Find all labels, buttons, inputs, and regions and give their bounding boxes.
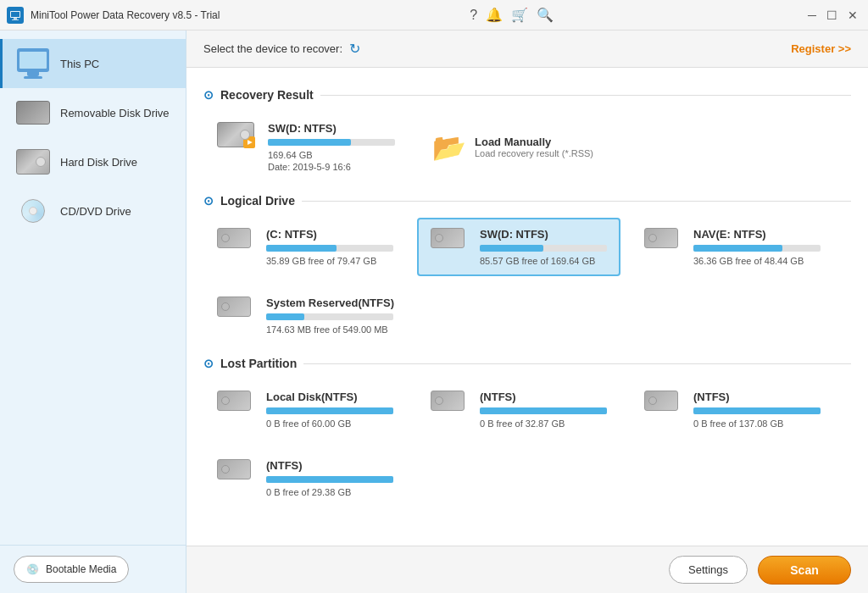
scan-button[interactable]: Scan <box>758 556 851 585</box>
svg-rect-3 <box>12 19 19 20</box>
c-drive-icon <box>217 228 258 258</box>
recovery-result-title: Recovery Result <box>220 88 314 102</box>
settings-button[interactable]: Settings <box>669 556 748 584</box>
c-drive-bar-container <box>266 245 393 252</box>
lost-partition-title: Lost Partition <box>220 357 297 370</box>
refresh-icon[interactable]: ↻ <box>349 41 360 57</box>
app-icon <box>7 7 24 24</box>
content-inner: ⊙ Recovery Result ▶ SW(D: NTFS) <box>186 68 868 533</box>
recovery-result-date: Date: 2019-5-9 16:6 <box>268 162 395 172</box>
local-disk-info: Local Disk(NTFS) 0 B free of 60.00 GB <box>266 391 393 429</box>
lost-partition-section-header: ⊙ Lost Partition <box>203 357 851 370</box>
ntfs-2-bar <box>693 407 821 414</box>
lost-partition-ntfs-2[interactable]: (NTFS) 0 B free of 137.08 GB <box>631 380 834 439</box>
logical-drive-collapse-icon[interactable]: ⊙ <box>203 194 214 208</box>
local-disk-size: 0 B free of 60.00 GB <box>266 418 393 429</box>
lost-partition-ntfs-3[interactable]: (NTFS) 0 B free of 29.38 GB <box>203 449 407 507</box>
recovery-drive-icon: ▶ <box>217 122 259 152</box>
logical-drive-system-reserved[interactable]: System Reserved(NTFS) 174.63 MB free of … <box>203 286 408 345</box>
lost-partition-grid: Local Disk(NTFS) 0 B free of 60.00 GB <box>203 380 851 507</box>
sidebar: This PC Removable Disk Drive Hard Disk D… <box>0 30 186 593</box>
system-reserved-icon <box>217 296 258 327</box>
sw-d-icon <box>431 228 471 258</box>
ntfs-2-name: (NTFS) <box>693 391 821 403</box>
recovery-result-grid: ▶ SW(D: NTFS) 169.64 GB Date: 2019-5-9 1… <box>203 112 851 182</box>
cart-icon[interactable]: 🛒 <box>511 7 528 23</box>
c-drive-size: 35.89 GB free of 79.47 GB <box>266 256 393 266</box>
title-bar-left: MiniTool Power Data Recovery v8.5 - Tria… <box>7 7 220 24</box>
title-bar: MiniTool Power Data Recovery v8.5 - Tria… <box>0 0 868 30</box>
ntfs-1-info: (NTFS) 0 B free of 32.87 GB <box>480 391 607 429</box>
sidebar-item-this-pc[interactable]: This PC <box>0 39 186 88</box>
lost-partition-ntfs-1[interactable]: (NTFS) 0 B free of 32.87 GB <box>417 380 620 439</box>
nav-e-info: NAV(E: NTFS) 36.36 GB free of 48.44 GB <box>693 228 821 266</box>
lost-partition-local-disk[interactable]: Local Disk(NTFS) 0 B free of 60.00 GB <box>203 380 407 439</box>
sidebar-item-cd-dvd[interactable]: CD/DVD Drive <box>0 186 186 236</box>
logical-drive-nav-e[interactable]: NAV(E: NTFS) 36.36 GB free of 48.44 GB <box>631 218 834 276</box>
bootable-media-label: Bootable Media <box>46 563 116 575</box>
ntfs-2-info: (NTFS) 0 B free of 137.08 GB <box>693 391 821 429</box>
recovery-bar <box>268 139 351 146</box>
ntfs-1-name: (NTFS) <box>480 391 607 403</box>
system-reserved-size: 174.63 MB free of 549.00 MB <box>266 324 394 335</box>
bootable-media-button[interactable]: 💿 Bootable Media <box>14 556 129 583</box>
nav-e-bar <box>693 245 782 252</box>
maximize-button[interactable]: ☐ <box>824 7 841 24</box>
search-icon[interactable]: 🔍 <box>537 7 554 23</box>
sidebar-this-pc-label: This PC <box>60 58 99 70</box>
load-manually-subtitle: Load recovery result (*.RSS) <box>475 148 593 158</box>
window-controls: ─ ☐ ✕ <box>804 7 861 24</box>
c-drive-bar <box>266 245 337 252</box>
register-link[interactable]: Register >> <box>791 42 851 55</box>
ntfs-3-bar-container <box>266 476 393 483</box>
lost-partition-collapse-icon[interactable]: ⊙ <box>203 357 214 370</box>
ntfs-1-bar-container <box>480 407 607 414</box>
system-reserved-bar-container <box>266 313 393 320</box>
system-reserved-name: System Reserved(NTFS) <box>266 296 394 309</box>
recovery-result-divider <box>320 95 851 96</box>
ntfs-2-size: 0 B free of 137.08 GB <box>693 418 821 429</box>
recovery-drive-item[interactable]: ▶ SW(D: NTFS) 169.64 GB Date: 2019-5-9 1… <box>203 112 409 182</box>
load-manually-item[interactable]: 📂 Load Manually Load recovery result (*.… <box>419 112 607 182</box>
c-drive-name: (C: NTFS) <box>266 228 393 241</box>
svg-rect-1 <box>11 12 19 17</box>
ntfs-3-icon <box>217 459 258 490</box>
recovery-result-collapse-icon[interactable]: ⊙ <box>203 88 214 102</box>
sidebar-removable-label: Removable Disk Drive <box>60 107 170 119</box>
notification-icon[interactable]: 🔔 <box>486 7 503 23</box>
system-reserved-bar <box>266 313 304 320</box>
logical-drive-sw-d[interactable]: SW(D: NTFS) 85.57 GB free of 169.64 GB <box>417 218 620 276</box>
sidebar-item-hard-disk[interactable]: Hard Disk Drive <box>0 137 186 186</box>
ntfs-1-icon <box>431 391 471 421</box>
lost-partition-divider <box>303 363 851 364</box>
ntfs-3-name: (NTFS) <box>266 459 393 472</box>
logical-drive-title: Logical Drive <box>220 194 295 208</box>
close-button[interactable]: ✕ <box>844 7 861 24</box>
logical-drive-grid: (C: NTFS) 35.89 GB free of 79.47 GB <box>203 218 851 345</box>
scroll-container[interactable]: ⊙ Recovery Result ▶ SW(D: NTFS) <box>186 68 868 546</box>
ntfs-3-bar <box>266 476 393 483</box>
nav-e-name: NAV(E: NTFS) <box>693 228 821 241</box>
load-manually-title: Load Manually <box>475 136 593 148</box>
load-manually-icon: 📂 <box>432 131 466 163</box>
top-bar: Select the device to recover: ↻ Register… <box>186 30 868 68</box>
bootable-media-icon: 💿 <box>26 563 39 575</box>
ntfs-1-size: 0 B free of 32.87 GB <box>480 418 607 429</box>
help-icon[interactable]: ? <box>470 8 477 23</box>
ntfs-2-bar-container <box>693 407 821 414</box>
sw-d-bar <box>480 245 543 252</box>
logical-drive-divider <box>302 201 851 202</box>
minimize-button[interactable]: ─ <box>804 7 821 24</box>
sidebar-item-removable-disk[interactable]: Removable Disk Drive <box>0 88 186 137</box>
c-drive-info: (C: NTFS) 35.89 GB free of 79.47 GB <box>266 228 393 266</box>
recovery-result-section-header: ⊙ Recovery Result <box>203 88 851 102</box>
logical-drive-c[interactable]: (C: NTFS) 35.89 GB free of 79.47 GB <box>203 218 407 276</box>
recovery-drive-badge: ▶ <box>243 136 255 148</box>
this-pc-icon <box>16 51 50 76</box>
sw-d-name: SW(D: NTFS) <box>480 228 607 241</box>
sw-d-size: 85.57 GB free of 169.64 GB <box>480 256 607 266</box>
ntfs-1-bar <box>480 407 607 414</box>
load-manually-info: Load Manually Load recovery result (*.RS… <box>475 136 593 158</box>
sw-d-bar-container <box>480 245 607 252</box>
local-disk-bar <box>266 407 393 414</box>
